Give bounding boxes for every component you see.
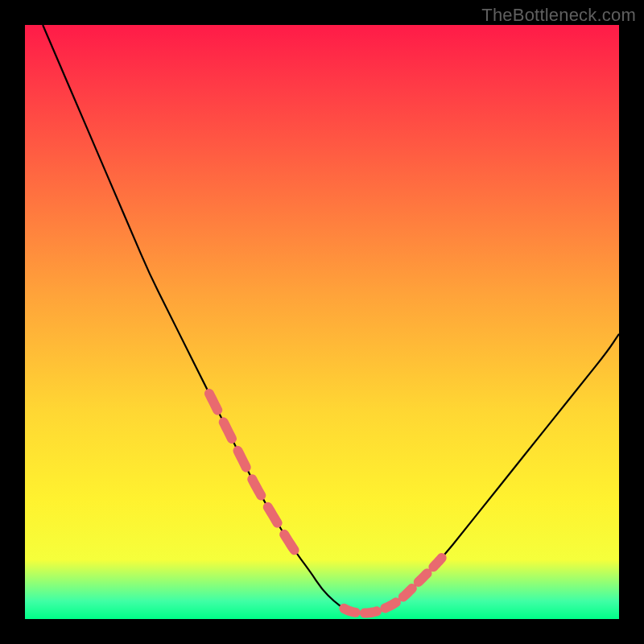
- marker-dash: [284, 535, 294, 550]
- bottleneck-curve: [43, 25, 619, 613]
- marker-dash: [224, 422, 232, 439]
- chart-frame: TheBottleneck.com: [0, 0, 644, 644]
- watermark-text: TheBottleneck.com: [481, 5, 636, 26]
- marker-dash: [403, 588, 412, 597]
- marker-dash: [433, 558, 441, 567]
- curve-markers: [209, 394, 442, 613]
- marker-dash: [385, 602, 396, 608]
- marker-dash: [344, 609, 355, 613]
- chart-plot-area: [25, 25, 619, 619]
- marker-dash: [419, 573, 427, 582]
- marker-dash: [365, 611, 377, 613]
- marker-dash: [209, 394, 217, 411]
- chart-svg: [25, 25, 619, 619]
- marker-dash: [237, 451, 246, 468]
- marker-dash: [252, 479, 261, 495]
- marker-dash: [268, 507, 278, 523]
